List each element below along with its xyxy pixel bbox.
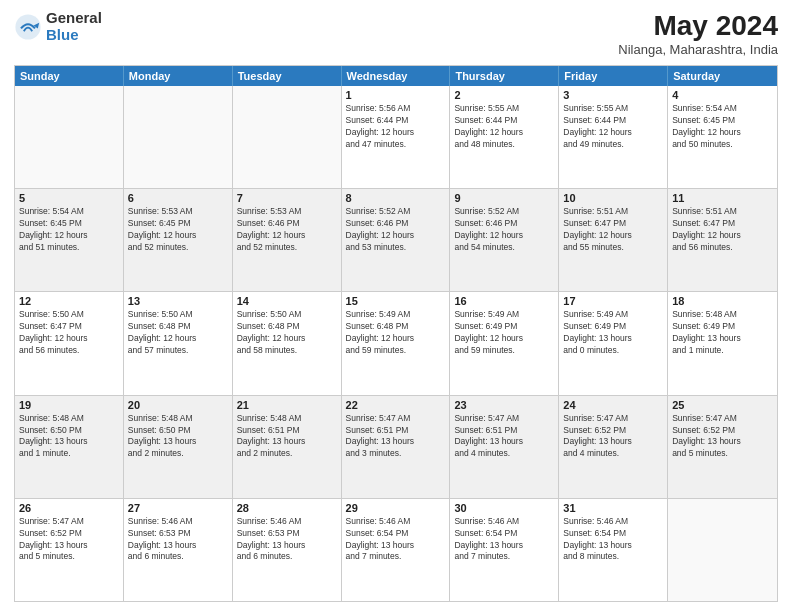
- header-day-saturday: Saturday: [668, 66, 777, 86]
- calendar-header: SundayMondayTuesdayWednesdayThursdayFrid…: [15, 66, 777, 86]
- header-day-tuesday: Tuesday: [233, 66, 342, 86]
- cell-info: Sunrise: 5:47 AM Sunset: 6:51 PM Dayligh…: [346, 413, 446, 461]
- day-cell-31: 31Sunrise: 5:46 AM Sunset: 6:54 PM Dayli…: [559, 499, 668, 601]
- cell-info: Sunrise: 5:47 AM Sunset: 6:52 PM Dayligh…: [672, 413, 773, 461]
- day-number: 15: [346, 295, 446, 307]
- header-day-friday: Friday: [559, 66, 668, 86]
- cell-info: Sunrise: 5:46 AM Sunset: 6:54 PM Dayligh…: [346, 516, 446, 564]
- day-number: 10: [563, 192, 663, 204]
- day-cell-3: 3Sunrise: 5:55 AM Sunset: 6:44 PM Daylig…: [559, 86, 668, 188]
- cell-info: Sunrise: 5:48 AM Sunset: 6:51 PM Dayligh…: [237, 413, 337, 461]
- cell-info: Sunrise: 5:52 AM Sunset: 6:46 PM Dayligh…: [346, 206, 446, 254]
- day-number: 16: [454, 295, 554, 307]
- cell-info: Sunrise: 5:51 AM Sunset: 6:47 PM Dayligh…: [672, 206, 773, 254]
- cell-info: Sunrise: 5:51 AM Sunset: 6:47 PM Dayligh…: [563, 206, 663, 254]
- day-cell-28: 28Sunrise: 5:46 AM Sunset: 6:53 PM Dayli…: [233, 499, 342, 601]
- day-cell-7: 7Sunrise: 5:53 AM Sunset: 6:46 PM Daylig…: [233, 189, 342, 291]
- cell-info: Sunrise: 5:47 AM Sunset: 6:51 PM Dayligh…: [454, 413, 554, 461]
- day-cell-5: 5Sunrise: 5:54 AM Sunset: 6:45 PM Daylig…: [15, 189, 124, 291]
- header-day-wednesday: Wednesday: [342, 66, 451, 86]
- day-number: 13: [128, 295, 228, 307]
- cell-info: Sunrise: 5:52 AM Sunset: 6:46 PM Dayligh…: [454, 206, 554, 254]
- day-number: 6: [128, 192, 228, 204]
- day-cell-15: 15Sunrise: 5:49 AM Sunset: 6:48 PM Dayli…: [342, 292, 451, 394]
- cell-info: Sunrise: 5:46 AM Sunset: 6:54 PM Dayligh…: [454, 516, 554, 564]
- empty-cell: [124, 86, 233, 188]
- cell-info: Sunrise: 5:55 AM Sunset: 6:44 PM Dayligh…: [563, 103, 663, 151]
- cell-info: Sunrise: 5:49 AM Sunset: 6:49 PM Dayligh…: [563, 309, 663, 357]
- cell-info: Sunrise: 5:46 AM Sunset: 6:53 PM Dayligh…: [128, 516, 228, 564]
- cell-info: Sunrise: 5:55 AM Sunset: 6:44 PM Dayligh…: [454, 103, 554, 151]
- logo: General Blue: [14, 10, 102, 43]
- header-day-thursday: Thursday: [450, 66, 559, 86]
- logo-text: General Blue: [46, 10, 102, 43]
- cell-info: Sunrise: 5:48 AM Sunset: 6:50 PM Dayligh…: [128, 413, 228, 461]
- day-number: 29: [346, 502, 446, 514]
- day-cell-6: 6Sunrise: 5:53 AM Sunset: 6:45 PM Daylig…: [124, 189, 233, 291]
- day-cell-2: 2Sunrise: 5:55 AM Sunset: 6:44 PM Daylig…: [450, 86, 559, 188]
- day-cell-11: 11Sunrise: 5:51 AM Sunset: 6:47 PM Dayli…: [668, 189, 777, 291]
- empty-cell: [15, 86, 124, 188]
- day-number: 12: [19, 295, 119, 307]
- day-number: 7: [237, 192, 337, 204]
- day-number: 30: [454, 502, 554, 514]
- day-number: 19: [19, 399, 119, 411]
- cell-info: Sunrise: 5:50 AM Sunset: 6:48 PM Dayligh…: [237, 309, 337, 357]
- main-title: May 2024: [618, 10, 778, 42]
- day-cell-14: 14Sunrise: 5:50 AM Sunset: 6:48 PM Dayli…: [233, 292, 342, 394]
- day-cell-24: 24Sunrise: 5:47 AM Sunset: 6:52 PM Dayli…: [559, 396, 668, 498]
- day-number: 21: [237, 399, 337, 411]
- day-cell-4: 4Sunrise: 5:54 AM Sunset: 6:45 PM Daylig…: [668, 86, 777, 188]
- cell-info: Sunrise: 5:53 AM Sunset: 6:46 PM Dayligh…: [237, 206, 337, 254]
- day-cell-25: 25Sunrise: 5:47 AM Sunset: 6:52 PM Dayli…: [668, 396, 777, 498]
- calendar-row-4: 26Sunrise: 5:47 AM Sunset: 6:52 PM Dayli…: [15, 498, 777, 601]
- cell-info: Sunrise: 5:54 AM Sunset: 6:45 PM Dayligh…: [672, 103, 773, 151]
- cell-info: Sunrise: 5:49 AM Sunset: 6:49 PM Dayligh…: [454, 309, 554, 357]
- day-number: 25: [672, 399, 773, 411]
- day-number: 24: [563, 399, 663, 411]
- calendar-body: 1Sunrise: 5:56 AM Sunset: 6:44 PM Daylig…: [15, 86, 777, 601]
- day-number: 3: [563, 89, 663, 101]
- cell-info: Sunrise: 5:46 AM Sunset: 6:54 PM Dayligh…: [563, 516, 663, 564]
- day-cell-8: 8Sunrise: 5:52 AM Sunset: 6:46 PM Daylig…: [342, 189, 451, 291]
- day-cell-22: 22Sunrise: 5:47 AM Sunset: 6:51 PM Dayli…: [342, 396, 451, 498]
- cell-info: Sunrise: 5:50 AM Sunset: 6:48 PM Dayligh…: [128, 309, 228, 357]
- day-cell-29: 29Sunrise: 5:46 AM Sunset: 6:54 PM Dayli…: [342, 499, 451, 601]
- day-number: 18: [672, 295, 773, 307]
- calendar-row-3: 19Sunrise: 5:48 AM Sunset: 6:50 PM Dayli…: [15, 395, 777, 498]
- cell-info: Sunrise: 5:47 AM Sunset: 6:52 PM Dayligh…: [563, 413, 663, 461]
- day-number: 2: [454, 89, 554, 101]
- cell-info: Sunrise: 5:48 AM Sunset: 6:50 PM Dayligh…: [19, 413, 119, 461]
- calendar-row-1: 5Sunrise: 5:54 AM Sunset: 6:45 PM Daylig…: [15, 188, 777, 291]
- cell-info: Sunrise: 5:53 AM Sunset: 6:45 PM Dayligh…: [128, 206, 228, 254]
- header-day-monday: Monday: [124, 66, 233, 86]
- day-number: 23: [454, 399, 554, 411]
- cell-info: Sunrise: 5:48 AM Sunset: 6:49 PM Dayligh…: [672, 309, 773, 357]
- day-number: 27: [128, 502, 228, 514]
- header: General Blue May 2024 Nilanga, Maharasht…: [14, 10, 778, 57]
- cell-info: Sunrise: 5:50 AM Sunset: 6:47 PM Dayligh…: [19, 309, 119, 357]
- day-cell-16: 16Sunrise: 5:49 AM Sunset: 6:49 PM Dayli…: [450, 292, 559, 394]
- day-number: 5: [19, 192, 119, 204]
- day-cell-18: 18Sunrise: 5:48 AM Sunset: 6:49 PM Dayli…: [668, 292, 777, 394]
- day-number: 8: [346, 192, 446, 204]
- logo-general: General: [46, 10, 102, 27]
- day-number: 14: [237, 295, 337, 307]
- day-number: 28: [237, 502, 337, 514]
- day-cell-1: 1Sunrise: 5:56 AM Sunset: 6:44 PM Daylig…: [342, 86, 451, 188]
- day-cell-10: 10Sunrise: 5:51 AM Sunset: 6:47 PM Dayli…: [559, 189, 668, 291]
- empty-cell: [668, 499, 777, 601]
- cell-info: Sunrise: 5:54 AM Sunset: 6:45 PM Dayligh…: [19, 206, 119, 254]
- calendar-row-0: 1Sunrise: 5:56 AM Sunset: 6:44 PM Daylig…: [15, 86, 777, 188]
- day-number: 22: [346, 399, 446, 411]
- day-number: 11: [672, 192, 773, 204]
- cell-info: Sunrise: 5:49 AM Sunset: 6:48 PM Dayligh…: [346, 309, 446, 357]
- day-cell-21: 21Sunrise: 5:48 AM Sunset: 6:51 PM Dayli…: [233, 396, 342, 498]
- cell-info: Sunrise: 5:46 AM Sunset: 6:53 PM Dayligh…: [237, 516, 337, 564]
- day-cell-17: 17Sunrise: 5:49 AM Sunset: 6:49 PM Dayli…: [559, 292, 668, 394]
- cell-info: Sunrise: 5:47 AM Sunset: 6:52 PM Dayligh…: [19, 516, 119, 564]
- subtitle: Nilanga, Maharashtra, India: [618, 42, 778, 57]
- day-number: 1: [346, 89, 446, 101]
- header-day-sunday: Sunday: [15, 66, 124, 86]
- day-number: 9: [454, 192, 554, 204]
